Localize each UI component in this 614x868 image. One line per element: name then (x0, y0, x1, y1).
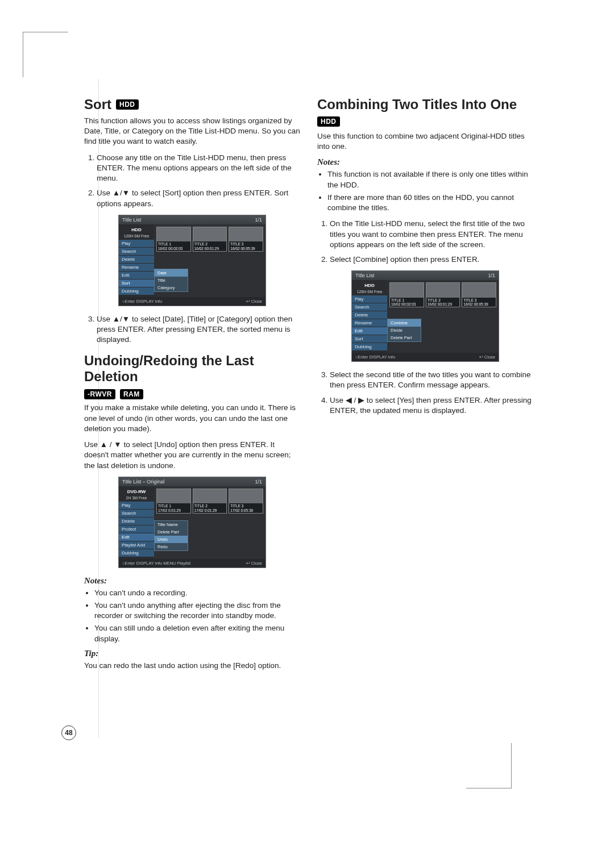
undo-para2: Use ▲ / ▼ to select [Undo] option then p… (84, 440, 300, 471)
rwvr-badge: -RWVR (84, 389, 115, 399)
page-content: Sort HDD This function allows you to acc… (84, 97, 533, 677)
osd-menu-search: Search (119, 248, 154, 256)
submenu-date: Date (155, 269, 188, 277)
undo-notes-head: Notes: (84, 576, 300, 586)
undo-heading: Undoing/Redoing the Last Deletion -RWVR … (84, 353, 300, 399)
sort-heading: Sort HDD (84, 97, 300, 112)
undo-notes: You can't undo a recording. You can't un… (84, 588, 300, 644)
osd-footer-left: ○Enter DISPLAY Info (122, 299, 162, 304)
osd-free: 120H 6M Free (119, 233, 154, 240)
osd-menu-edit: Edit (119, 272, 154, 279)
left-column: Sort HDD This function allows you to acc… (84, 97, 300, 677)
sort-step-2: Use ▲/▼ to select [Sort] option then pre… (97, 188, 300, 208)
submenu-title: Title (155, 277, 188, 284)
osd-menu-delete: Delete (119, 256, 154, 264)
combine-notes: This function is not available if there … (317, 169, 533, 213)
tip-head: Tip: (84, 649, 300, 658)
ram-badge: RAM (120, 389, 143, 399)
hdd-badge-combine: HDD (317, 116, 340, 127)
osd-title: Title List (122, 217, 141, 223)
osd-menu-sort: Sort (119, 279, 154, 287)
osd-page: 1/1 (255, 217, 262, 223)
hdd-badge: HDD (116, 99, 139, 110)
osd-menu-dubbing: Dubbing (119, 287, 154, 295)
combine-heading-text: Combining Two Titles Into One (317, 97, 517, 112)
sort-steps: Choose any title on the Title List-HDD m… (84, 153, 300, 209)
osd-disc: HDD (119, 226, 154, 233)
combine-heading: Combining Two Titles Into One (317, 97, 533, 112)
sort-steps-cont: Use ▲/▼ to select [Date], [Title] or [Ca… (84, 314, 300, 345)
sort-step-3: Use ▲/▼ to select [Date], [Title] or [Ca… (97, 314, 300, 345)
osd-menu-rename: Rename (119, 264, 154, 272)
undo-para1: If you make a mistake while deleting, yo… (84, 403, 300, 434)
osd-footer-right: ↩ Close (246, 299, 262, 304)
crop-mark-br (466, 743, 512, 788)
combine-steps-a: On the Title List-HDD menu, select the f… (317, 219, 533, 265)
crop-mark-tl (23, 32, 68, 77)
undo-heading-text: Undoing/Redoing the Last Deletion (84, 353, 300, 385)
combine-intro: Use this function to combine two adjacen… (317, 131, 533, 152)
right-column: Combining Two Titles Into One HDD Use th… (317, 97, 533, 677)
sort-heading-text: Sort (84, 97, 111, 112)
submenu-category: Category (155, 284, 188, 291)
sort-osd: Title List 1/1 HDD 120H 6M Free Play Sea… (118, 215, 266, 306)
sort-step-1: Choose any title on the Title List-HDD m… (97, 153, 300, 184)
page-number: 48 (61, 725, 76, 740)
undo-osd: Title List – Original 1/1 DVD-RW 2H 3M F… (118, 477, 266, 568)
combine-steps-b: Select the second title of the two title… (317, 370, 533, 416)
combine-osd: Title List 1/1 HDD 120H 6M Free Play Sea… (351, 270, 499, 362)
osd-menu-play: Play (119, 240, 154, 248)
combine-notes-head: Notes: (317, 157, 533, 167)
tip-text: You can redo the last undo action using … (84, 661, 300, 671)
sort-intro: This function allows you to access show … (84, 116, 300, 147)
